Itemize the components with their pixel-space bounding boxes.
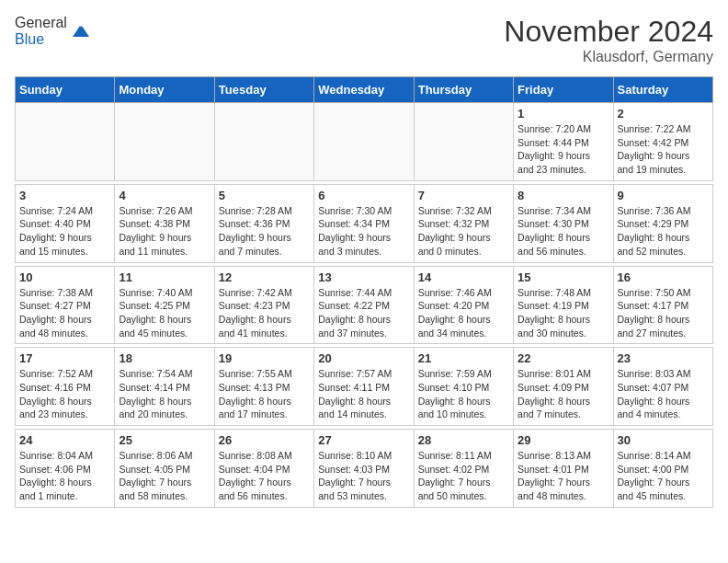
day-info: Sunrise: 8:11 AM Sunset: 4:02 PM Dayligh… [418,449,509,503]
page: General Blue November 2024 Klausdorf, Ge… [0,0,728,523]
title-block: November 2024 Klausdorf, Germany [504,15,713,65]
day-info: Sunrise: 7:20 AM Sunset: 4:44 PM Dayligh… [518,122,609,177]
day-info: Sunrise: 7:34 AM Sunset: 4:30 PM Dayligh… [518,204,609,259]
day-cell: 22Sunrise: 8:01 AM Sunset: 4:09 PM Dayli… [514,348,613,426]
day-number: 9 [618,189,709,202]
day-info: Sunrise: 7:36 AM Sunset: 4:29 PM Dayligh… [618,204,709,259]
day-number: 11 [119,270,210,284]
day-number: 23 [618,351,709,365]
day-info: Sunrise: 7:44 AM Sunset: 4:22 PM Dayligh… [318,286,409,340]
day-cell: 6Sunrise: 7:30 AM Sunset: 4:34 PM Daylig… [314,184,414,262]
col-thursday: Thursday [414,77,513,103]
day-number: 2 [618,107,709,121]
day-number: 3 [19,189,110,202]
day-number: 20 [318,351,409,365]
day-cell: 14Sunrise: 7:46 AM Sunset: 4:20 PM Dayli… [414,266,513,344]
day-cell: 29Sunrise: 8:13 AM Sunset: 4:01 PM Dayli… [514,430,613,508]
week-row-0: 1Sunrise: 7:20 AM Sunset: 4:44 PM Daylig… [16,103,713,181]
day-number: 17 [19,351,110,365]
day-info: Sunrise: 8:08 AM Sunset: 4:04 PM Dayligh… [219,449,310,503]
calendar: Sunday Monday Tuesday Wednesday Thursday… [15,76,713,508]
day-cell [115,103,214,181]
day-number: 29 [518,433,609,447]
day-info: Sunrise: 8:10 AM Sunset: 4:03 PM Dayligh… [318,449,409,503]
day-cell: 18Sunrise: 7:54 AM Sunset: 4:14 PM Dayli… [115,348,214,426]
day-info: Sunrise: 7:22 AM Sunset: 4:42 PM Dayligh… [618,122,709,177]
day-cell: 25Sunrise: 8:06 AM Sunset: 4:05 PM Dayli… [115,430,214,508]
day-number: 13 [318,270,409,284]
day-cell: 11Sunrise: 7:40 AM Sunset: 4:25 PM Dayli… [115,266,214,344]
day-info: Sunrise: 7:57 AM Sunset: 4:11 PM Dayligh… [318,367,409,421]
logo-general-text: General [15,15,67,30]
day-info: Sunrise: 7:42 AM Sunset: 4:23 PM Dayligh… [219,286,310,340]
day-cell: 9Sunrise: 7:36 AM Sunset: 4:29 PM Daylig… [613,184,712,262]
location: Klausdorf, Germany [504,49,713,65]
day-number: 12 [219,270,310,284]
day-number: 28 [418,433,509,447]
day-cell: 5Sunrise: 7:28 AM Sunset: 4:36 PM Daylig… [214,184,313,262]
day-info: Sunrise: 7:52 AM Sunset: 4:16 PM Dayligh… [19,367,110,421]
day-cell: 2Sunrise: 7:22 AM Sunset: 4:42 PM Daylig… [613,103,712,181]
day-info: Sunrise: 7:48 AM Sunset: 4:19 PM Dayligh… [518,286,609,340]
day-info: Sunrise: 7:30 AM Sunset: 4:34 PM Dayligh… [318,204,409,259]
header: General Blue November 2024 Klausdorf, Ge… [15,15,713,65]
day-info: Sunrise: 7:38 AM Sunset: 4:27 PM Dayligh… [19,286,110,340]
day-cell: 10Sunrise: 7:38 AM Sunset: 4:27 PM Dayli… [16,266,115,344]
day-cell: 20Sunrise: 7:57 AM Sunset: 4:11 PM Dayli… [314,348,414,426]
day-info: Sunrise: 8:04 AM Sunset: 4:06 PM Dayligh… [19,449,110,503]
day-number: 15 [518,270,609,284]
day-cell [314,103,414,181]
col-wednesday: Wednesday [314,77,414,103]
day-number: 22 [518,351,609,365]
week-row-1: 3Sunrise: 7:24 AM Sunset: 4:40 PM Daylig… [16,184,713,262]
day-number: 5 [219,189,310,202]
day-number: 30 [618,433,709,447]
day-cell: 21Sunrise: 7:59 AM Sunset: 4:10 PM Dayli… [414,348,513,426]
day-info: Sunrise: 8:06 AM Sunset: 4:05 PM Dayligh… [119,449,210,503]
day-number: 18 [119,351,210,365]
day-number: 4 [119,189,210,202]
day-info: Sunrise: 8:01 AM Sunset: 4:09 PM Dayligh… [518,367,609,421]
day-info: Sunrise: 7:28 AM Sunset: 4:36 PM Dayligh… [219,204,310,259]
day-cell: 16Sunrise: 7:50 AM Sunset: 4:17 PM Dayli… [613,266,712,344]
day-number: 6 [318,189,409,202]
day-info: Sunrise: 8:14 AM Sunset: 4:00 PM Dayligh… [618,449,709,503]
day-cell: 26Sunrise: 8:08 AM Sunset: 4:04 PM Dayli… [214,430,313,508]
day-cell: 15Sunrise: 7:48 AM Sunset: 4:19 PM Dayli… [514,266,613,344]
col-monday: Monday [115,77,214,103]
day-number: 14 [418,270,509,284]
day-cell: 4Sunrise: 7:26 AM Sunset: 4:38 PM Daylig… [115,184,214,262]
day-number: 16 [618,270,709,284]
day-info: Sunrise: 7:54 AM Sunset: 4:14 PM Dayligh… [119,367,210,421]
day-cell: 7Sunrise: 7:32 AM Sunset: 4:32 PM Daylig… [414,184,513,262]
day-number: 26 [219,433,310,447]
day-cell: 23Sunrise: 8:03 AM Sunset: 4:07 PM Dayli… [613,348,712,426]
day-cell: 13Sunrise: 7:44 AM Sunset: 4:22 PM Dayli… [314,266,414,344]
day-number: 7 [418,189,509,202]
day-cell [214,103,313,181]
month-title: November 2024 [504,15,713,49]
logo-blue-text: Blue [15,31,44,47]
day-info: Sunrise: 7:24 AM Sunset: 4:40 PM Dayligh… [19,204,110,259]
col-sunday: Sunday [16,77,115,103]
day-cell: 12Sunrise: 7:42 AM Sunset: 4:23 PM Dayli… [214,266,313,344]
day-number: 27 [318,433,409,447]
calendar-header-row: Sunday Monday Tuesday Wednesday Thursday… [16,77,713,103]
logo-icon [69,20,91,42]
week-row-3: 17Sunrise: 7:52 AM Sunset: 4:16 PM Dayli… [16,348,713,426]
week-row-2: 10Sunrise: 7:38 AM Sunset: 4:27 PM Dayli… [16,266,713,344]
day-number: 10 [19,270,110,284]
day-info: Sunrise: 7:26 AM Sunset: 4:38 PM Dayligh… [119,204,210,259]
day-info: Sunrise: 7:46 AM Sunset: 4:20 PM Dayligh… [418,286,509,340]
day-number: 8 [518,189,609,202]
day-info: Sunrise: 7:32 AM Sunset: 4:32 PM Dayligh… [418,204,509,259]
day-info: Sunrise: 7:40 AM Sunset: 4:25 PM Dayligh… [119,286,210,340]
day-info: Sunrise: 8:03 AM Sunset: 4:07 PM Dayligh… [618,367,709,421]
day-cell: 28Sunrise: 8:11 AM Sunset: 4:02 PM Dayli… [414,430,513,508]
day-cell: 30Sunrise: 8:14 AM Sunset: 4:00 PM Dayli… [613,430,712,508]
day-number: 1 [518,107,609,121]
day-number: 24 [19,433,110,447]
col-saturday: Saturday [613,77,712,103]
day-info: Sunrise: 7:50 AM Sunset: 4:17 PM Dayligh… [618,286,709,340]
day-cell: 24Sunrise: 8:04 AM Sunset: 4:06 PM Dayli… [16,430,115,508]
